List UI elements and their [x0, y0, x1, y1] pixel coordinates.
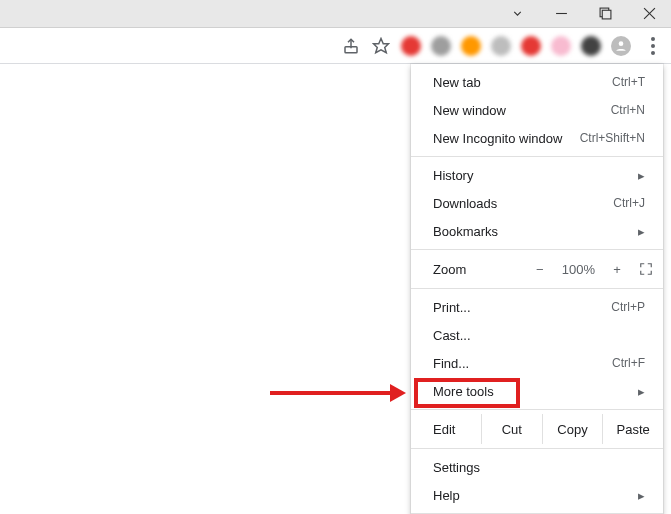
menu-separator — [411, 249, 663, 250]
menu-item-bookmarks[interactable]: Bookmarks ▸ — [411, 217, 663, 245]
window-close-button[interactable] — [627, 0, 671, 28]
menu-shortcut: Ctrl+Shift+N — [580, 131, 645, 145]
zoom-in-button[interactable]: + — [609, 262, 625, 277]
menu-label: Help — [433, 488, 635, 503]
edit-copy-button[interactable]: Copy — [542, 414, 603, 444]
menu-separator — [411, 288, 663, 289]
menu-item-new-tab[interactable]: New tab Ctrl+T — [411, 68, 663, 96]
fullscreen-icon[interactable] — [639, 262, 653, 276]
extension-icon[interactable] — [521, 36, 541, 56]
submenu-arrow-icon: ▸ — [635, 224, 645, 239]
submenu-arrow-icon: ▸ — [635, 488, 645, 503]
svg-point-9 — [651, 44, 655, 48]
edit-cut-button[interactable]: Cut — [481, 414, 542, 444]
annotation-arrow — [270, 384, 406, 402]
menu-item-new-incognito[interactable]: New Incognito window Ctrl+Shift+N — [411, 124, 663, 152]
menu-label: Print... — [433, 300, 611, 315]
menu-item-history[interactable]: History ▸ — [411, 161, 663, 189]
menu-item-help[interactable]: Help ▸ — [411, 481, 663, 509]
menu-item-print[interactable]: Print... Ctrl+P — [411, 293, 663, 321]
menu-separator — [411, 409, 663, 410]
window-titlebar — [0, 0, 671, 28]
edit-paste-button[interactable]: Paste — [602, 414, 663, 444]
share-icon[interactable] — [341, 36, 361, 56]
menu-shortcut: Ctrl+N — [611, 103, 645, 117]
menu-item-edit: Edit Cut Copy Paste — [411, 414, 663, 444]
zoom-value: 100% — [562, 262, 595, 277]
menu-separator — [411, 448, 663, 449]
menu-item-downloads[interactable]: Downloads Ctrl+J — [411, 189, 663, 217]
kebab-menu-button[interactable] — [641, 34, 665, 58]
zoom-out-button[interactable]: − — [532, 262, 548, 277]
svg-marker-6 — [374, 38, 389, 52]
menu-label: New window — [433, 103, 611, 118]
submenu-arrow-icon: ▸ — [635, 168, 645, 183]
menu-separator — [411, 156, 663, 157]
menu-item-new-window[interactable]: New window Ctrl+N — [411, 96, 663, 124]
svg-point-10 — [651, 51, 655, 55]
window-minimize-button[interactable] — [539, 0, 583, 28]
svg-rect-2 — [602, 10, 611, 19]
submenu-arrow-icon: ▸ — [635, 384, 645, 399]
extension-icon[interactable] — [551, 36, 571, 56]
menu-label: Find... — [433, 356, 612, 371]
profile-avatar[interactable] — [611, 36, 631, 56]
bookmark-star-icon[interactable] — [371, 36, 391, 56]
menu-item-zoom: Zoom − 100% + — [411, 254, 663, 284]
menu-label: Zoom — [433, 262, 532, 277]
menu-label: Edit — [411, 414, 481, 444]
menu-label: Downloads — [433, 196, 613, 211]
extension-icon[interactable] — [461, 36, 481, 56]
menu-label: More tools — [433, 384, 635, 399]
menu-label: New tab — [433, 75, 612, 90]
svg-point-7 — [619, 41, 624, 46]
window-maximize-button[interactable] — [583, 0, 627, 28]
extension-icon[interactable] — [491, 36, 511, 56]
menu-item-more-tools[interactable]: More tools ▸ — [411, 377, 663, 405]
menu-item-cast[interactable]: Cast... — [411, 321, 663, 349]
menu-shortcut: Ctrl+J — [613, 196, 645, 210]
extension-icon[interactable] — [401, 36, 421, 56]
menu-shortcut: Ctrl+P — [611, 300, 645, 314]
menu-label: Settings — [433, 460, 645, 475]
extension-icon[interactable] — [581, 36, 601, 56]
menu-label: New Incognito window — [433, 131, 580, 146]
chrome-main-menu: New tab Ctrl+T New window Ctrl+N New Inc… — [411, 64, 663, 514]
browser-toolbar — [0, 28, 671, 64]
tab-dropdown-icon[interactable] — [495, 0, 539, 28]
menu-item-settings[interactable]: Settings — [411, 453, 663, 481]
menu-shortcut: Ctrl+T — [612, 75, 645, 89]
menu-label: Bookmarks — [433, 224, 635, 239]
extension-icon[interactable] — [431, 36, 451, 56]
menu-label: Cast... — [433, 328, 645, 343]
svg-point-8 — [651, 37, 655, 41]
menu-shortcut: Ctrl+F — [612, 356, 645, 370]
menu-label: History — [433, 168, 635, 183]
menu-item-find[interactable]: Find... Ctrl+F — [411, 349, 663, 377]
